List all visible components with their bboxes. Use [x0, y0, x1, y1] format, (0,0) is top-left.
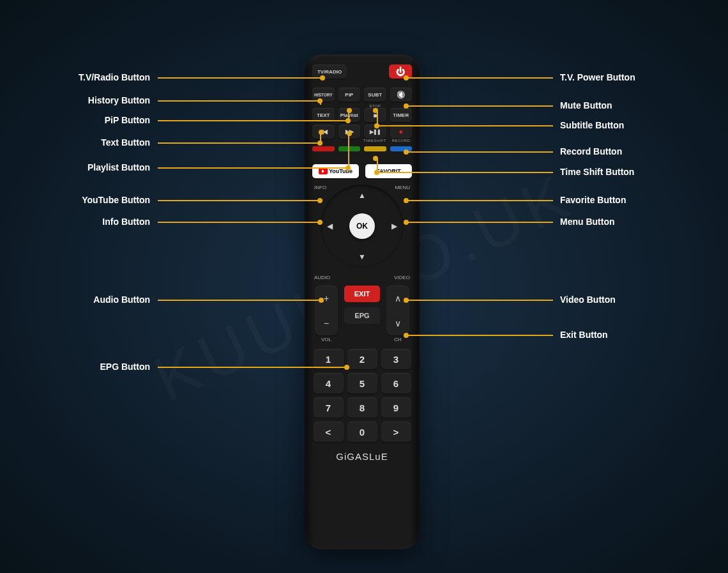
- vol-label: VOL: [315, 337, 338, 342]
- line: [320, 100, 321, 105]
- label-audio: Audio Button: [68, 294, 150, 305]
- menu-label: MENU: [395, 185, 410, 190]
- num-3-button[interactable]: 3: [381, 349, 411, 369]
- num-9-button[interactable]: 9: [381, 397, 411, 418]
- label-menu: Menu Button: [560, 217, 615, 227]
- playpause-icon: [370, 129, 381, 135]
- label-exit: Exit Button: [560, 330, 608, 340]
- line: [348, 133, 349, 167]
- line: [406, 300, 553, 301]
- record-icon: [398, 127, 403, 136]
- history-button[interactable]: HISTORY: [312, 88, 335, 102]
- brand-logo: GiGASLuE: [312, 451, 412, 462]
- line: [158, 120, 348, 121]
- arrow-up-button[interactable]: ▲: [358, 191, 366, 200]
- yellow-button[interactable]: [364, 146, 386, 151]
- num-2-button[interactable]: 2: [347, 349, 377, 369]
- num-7-button[interactable]: 7: [314, 397, 344, 418]
- record-button[interactable]: [390, 125, 413, 139]
- label-info: Info Button: [80, 217, 150, 227]
- channel-rocker: ∧ ∨: [386, 286, 409, 335]
- line: [158, 367, 347, 368]
- line: [377, 125, 553, 126]
- vol-ch-row: + − VOL EXIT EPG ∧ ∨ CH: [312, 286, 412, 342]
- label-playlist: Playlist Button: [64, 162, 150, 172]
- favorite-button[interactable]: FAVORIT: [365, 164, 412, 178]
- arrow-left-button[interactable]: ◀: [327, 222, 333, 231]
- line: [377, 172, 553, 173]
- channel-down-button[interactable]: ∨: [386, 310, 409, 335]
- label-video: Video Button: [560, 294, 616, 305]
- line: [406, 200, 553, 201]
- arrow-down-button[interactable]: ▼: [358, 252, 366, 261]
- youtube-icon: [319, 168, 328, 174]
- line: [158, 200, 320, 201]
- line: [406, 222, 553, 223]
- label-mute: Mute Button: [560, 100, 612, 111]
- num-0-button[interactable]: 0: [347, 422, 377, 442]
- label-power: T.V. Power Button: [560, 72, 635, 82]
- timer-button[interactable]: TIMER: [390, 108, 413, 122]
- video-label: VIDEO: [394, 275, 410, 280]
- line: [375, 110, 377, 111]
- record-label: RECORD: [390, 139, 412, 142]
- power-icon: [396, 66, 405, 77]
- line: [348, 110, 349, 111]
- green-button[interactable]: [338, 146, 361, 151]
- youtube-button[interactable]: YouTube: [312, 164, 359, 178]
- label-timeshift: Time Shift Button: [560, 167, 634, 177]
- label-pip: PiP Button: [83, 115, 150, 125]
- label-tvradio: T.V/Radio Button: [54, 72, 150, 82]
- line: [320, 132, 321, 133]
- volume-up-button[interactable]: +: [315, 286, 338, 310]
- num-lt-button[interactable]: <: [314, 422, 344, 442]
- line: [158, 142, 320, 144]
- line: [158, 167, 348, 169]
- label-favorite: Favorite Button: [560, 195, 626, 205]
- subtitle-button[interactable]: SUBT: [364, 88, 386, 102]
- audio-label: AUDIO: [314, 275, 330, 280]
- dpad-area: INFO MENU AUDIO VIDEO ▲ ▼ ◀ ▶ OK: [314, 185, 410, 280]
- line: [348, 133, 349, 134]
- volume-rocker: + −: [315, 286, 338, 335]
- mute-icon: [397, 91, 406, 99]
- label-history: History Button: [64, 95, 150, 105]
- line: [406, 105, 553, 107]
- line: [158, 300, 321, 301]
- info-label: INFO: [314, 185, 326, 190]
- num-6-button[interactable]: 6: [381, 373, 411, 393]
- epg-button[interactable]: EPG: [344, 307, 380, 324]
- label-youtube: YouTube Button: [57, 195, 150, 205]
- num-8-button[interactable]: 8: [347, 397, 377, 418]
- line: [406, 77, 553, 79]
- dpad-circle: ▲ ▼ ◀ ▶ OK: [321, 185, 404, 268]
- num-4-button[interactable]: 4: [314, 373, 344, 393]
- label-epg: EPG Button: [79, 362, 150, 372]
- pip-button[interactable]: PiP: [338, 88, 361, 102]
- line: [158, 222, 320, 223]
- line: [158, 100, 320, 102]
- volume-down-button[interactable]: −: [315, 310, 338, 335]
- label-record: Record Button: [560, 146, 622, 157]
- red-button[interactable]: [312, 146, 335, 151]
- arrow-right-button[interactable]: ▶: [391, 222, 397, 231]
- num-gt-button[interactable]: >: [381, 422, 411, 442]
- line: [158, 77, 322, 79]
- exit-button[interactable]: EXIT: [344, 286, 380, 302]
- label-subtitle: Subtitle Button: [560, 120, 624, 130]
- num-5-button[interactable]: 5: [347, 373, 377, 393]
- numpad: 1 2 3 4 5 6 7 8 9 < 0 >: [312, 349, 412, 442]
- ok-button[interactable]: OK: [349, 213, 375, 239]
- tvradio-button[interactable]: TV/RADIO: [312, 65, 347, 79]
- line: [406, 151, 553, 153]
- label-text: Text Button: [77, 137, 150, 148]
- line: [375, 158, 377, 159]
- line: [406, 335, 553, 336]
- mute-button[interactable]: [390, 88, 413, 102]
- timeshift-label: TIMESHIFT: [363, 139, 386, 142]
